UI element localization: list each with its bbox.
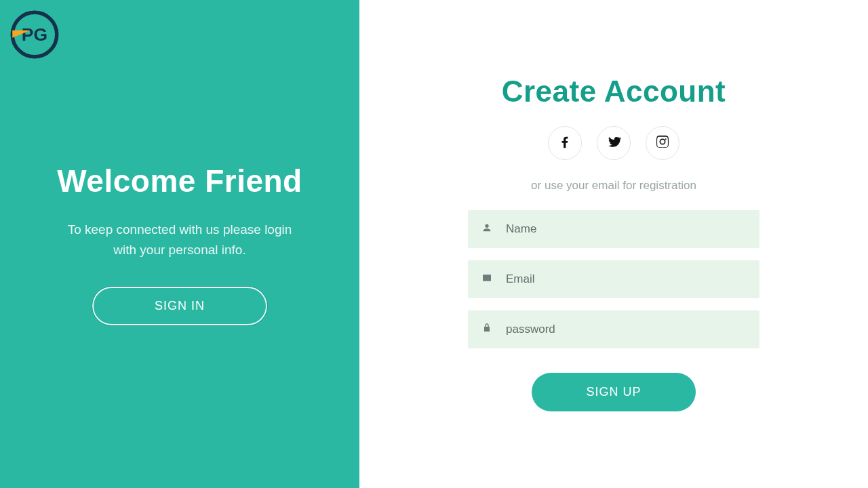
logo: PG [8, 8, 61, 61]
welcome-panel: PG Welcome Friend To keep connected with… [0, 0, 359, 488]
instagram-button[interactable] [646, 126, 679, 160]
sign-in-button[interactable]: SIGN IN [92, 287, 267, 325]
welcome-title: Welcome Friend [57, 163, 302, 199]
twitter-button[interactable] [597, 126, 631, 160]
name-field-wrap [468, 210, 760, 248]
signup-hint: or use your email for registration [531, 179, 696, 192]
envelope-icon [481, 272, 494, 286]
signup-panel: Create Account or use your email for reg… [359, 0, 868, 488]
password-field-wrap [468, 310, 760, 348]
email-input[interactable] [506, 272, 746, 286]
email-field-wrap [468, 260, 760, 298]
facebook-icon [557, 134, 572, 152]
welcome-subtitle: To keep connected with us please login w… [58, 220, 302, 260]
signup-title: Create Account [502, 75, 726, 108]
facebook-button[interactable] [548, 126, 582, 160]
social-row [548, 126, 679, 160]
user-icon [481, 222, 494, 236]
lock-icon [481, 323, 494, 336]
sign-up-button[interactable]: SIGN UP [532, 373, 695, 411]
password-input[interactable] [506, 323, 746, 336]
twitter-icon [606, 134, 621, 152]
name-input[interactable] [506, 222, 746, 236]
instagram-icon [655, 134, 670, 152]
svg-text:PG: PG [22, 24, 47, 45]
